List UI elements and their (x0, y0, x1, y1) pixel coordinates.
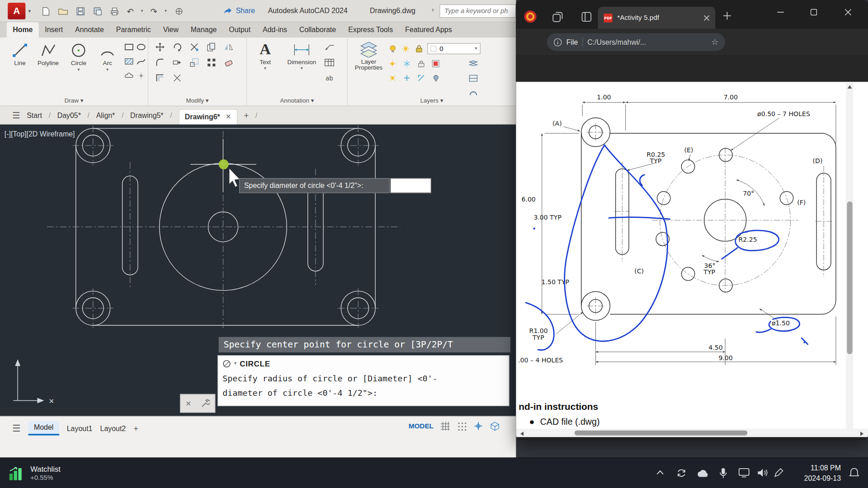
ribbon-tab-featured-apps[interactable]: Featured Apps (399, 22, 458, 38)
doc-tab-day05[interactable]: Day05* (57, 111, 81, 119)
layer-unisolate-icon[interactable] (416, 73, 426, 83)
clock-tray[interactable]: 11:08 PM 2024-09-13 (789, 463, 841, 484)
revcloud-tool-icon[interactable] (124, 71, 134, 81)
scale-tool-icon[interactable] (189, 57, 199, 67)
cast-tray-icon[interactable] (738, 468, 749, 478)
share-label[interactable]: Share (236, 6, 255, 14)
copy-tool-icon[interactable] (207, 42, 217, 52)
close-command-icon[interactable]: ✕ (185, 399, 191, 407)
undo-icon[interactable]: ↶ (127, 7, 133, 15)
ribbon-tab-annotate[interactable]: Annotate (69, 22, 110, 38)
layout-tab-layout2[interactable]: Layout2 (100, 424, 126, 432)
workspaces-icon[interactable] (552, 12, 563, 22)
vertical-scroll-thumb[interactable] (847, 202, 852, 354)
layer-select[interactable]: 0 ▾ (427, 43, 481, 54)
doc-tab-start[interactable]: Start (27, 111, 42, 119)
pen-tray-icon[interactable] (774, 468, 784, 478)
ribbon-tab-express-tools[interactable]: Express Tools (342, 22, 399, 38)
pdf-page[interactable]: 1.00 7.00 ø0.50 – 7 HOLES (A) (E) (D) R0… (516, 82, 868, 429)
dynamic-input-field[interactable] (390, 178, 431, 193)
widgets-button[interactable]: Watchlist +0.55% (5, 461, 65, 485)
tab-close-icon[interactable] (703, 14, 709, 20)
page-info-icon[interactable] (553, 38, 561, 46)
infer-constraints-icon[interactable] (473, 421, 483, 431)
move-tool-icon[interactable] (155, 42, 165, 52)
app-menu-caret-icon[interactable]: ▾ (28, 8, 31, 14)
command-recent-icon[interactable] (222, 359, 231, 367)
ribbon-tab-manage[interactable]: Manage (184, 22, 222, 38)
undo-caret-icon[interactable]: ▾ (141, 9, 143, 14)
ribbon-tab-parametric[interactable]: Parametric (110, 22, 157, 38)
layer-freeze-icon[interactable] (402, 59, 412, 69)
new-tab-icon[interactable] (723, 12, 731, 20)
ribbon-tab-collaborate[interactable]: Collaborate (293, 22, 342, 38)
new-doc-tab-icon[interactable]: + (244, 110, 249, 120)
offset-tool-icon[interactable] (155, 73, 165, 83)
redo-icon[interactable]: ↷ (151, 7, 157, 15)
onedrive-tray-icon[interactable] (696, 469, 708, 477)
redo-caret-icon[interactable]: ▾ (165, 9, 167, 14)
dimension-tool[interactable]: Dimension ▾ (282, 41, 321, 71)
snap-mode-icon[interactable] (457, 421, 467, 431)
window-close-button[interactable] (833, 0, 864, 24)
ribbon-tab-insert[interactable]: Insert (39, 22, 69, 38)
point-tool-icon[interactable] (136, 71, 146, 81)
polyline-tool[interactable]: Polyline (33, 42, 63, 66)
volume-tray-icon[interactable] (757, 468, 768, 478)
layout-tab-model[interactable]: Model (28, 421, 59, 436)
model-space-toggle[interactable]: MODEL (409, 422, 434, 430)
address-pill[interactable]: File C:/Users/mahwi/... ☆ (547, 33, 725, 51)
ribbon-tab-home[interactable]: Home (7, 22, 39, 38)
table-tool-icon[interactable] (325, 57, 335, 67)
modify-panel-label[interactable]: Modify ▾ (148, 94, 246, 106)
fillet-tool-icon[interactable] (155, 57, 165, 67)
horizontal-scroll-thumb[interactable] (575, 431, 747, 436)
customize-wrench-icon[interactable] (201, 399, 210, 408)
text-style-tool-icon[interactable]: ab (325, 73, 335, 83)
browser-profile-icon[interactable] (524, 10, 537, 23)
new-layout-icon[interactable]: + (133, 423, 138, 433)
stretch-tool-icon[interactable] (172, 57, 182, 67)
doc-hamburger-icon[interactable]: ☰ (12, 110, 20, 120)
ribbon-tab-view[interactable]: View (157, 22, 184, 38)
favorite-star-icon[interactable]: ☆ (711, 37, 718, 47)
ribbon-tab-output[interactable]: Output (223, 22, 257, 38)
new-file-icon[interactable] (41, 6, 51, 16)
keyword-search-input[interactable] (439, 5, 516, 18)
spline-tool-icon[interactable] (136, 56, 146, 66)
doc-tab-close-icon[interactable]: ✕ (226, 113, 231, 121)
window-minimize-button[interactable] (766, 0, 795, 24)
doc-tab-drawing5[interactable]: Drawing5* (130, 111, 163, 119)
doc-tab-drawing6-active[interactable]: Drawing6* ✕ (179, 109, 237, 124)
erase-tool-icon[interactable] (224, 57, 234, 67)
save-as-icon[interactable] (92, 6, 102, 16)
array-tool-icon[interactable] (207, 57, 217, 67)
status-hamburger-icon[interactable]: ☰ (12, 422, 21, 434)
layer-lock-icon[interactable] (414, 44, 424, 54)
scroll-left-icon[interactable] (520, 431, 524, 436)
trim-tool-icon[interactable] (189, 42, 199, 52)
ellipse-tool-icon[interactable] (136, 42, 146, 52)
notification-bell-icon[interactable] (849, 468, 859, 479)
autocad-app-button[interactable]: A (8, 3, 25, 19)
doc-tab-align[interactable]: Align* (96, 111, 115, 119)
ribbon-tab-addins[interactable]: Add-ins (257, 22, 293, 38)
grid-display-icon[interactable] (440, 421, 450, 431)
tab-actions-icon[interactable] (581, 12, 592, 22)
explode-tool-icon[interactable] (172, 73, 182, 83)
workspace-icon[interactable] (174, 6, 184, 16)
pdf-vertical-scrollbar[interactable] (846, 82, 853, 429)
layer-properties-button[interactable]: LayerProperties (353, 41, 384, 71)
layer-walk-icon[interactable] (468, 59, 478, 69)
layer-match-icon[interactable] (387, 73, 397, 83)
model-canvas[interactable]: ✕ [-][Top][2D Wireframe] Specify diamete… (0, 125, 516, 416)
draw-panel-label[interactable]: Draw ▾ (0, 94, 148, 106)
microphone-tray-icon[interactable] (720, 468, 727, 479)
layer-bulb-icon[interactable] (387, 44, 397, 54)
titlebar-chevron-icon[interactable]: › (432, 5, 434, 13)
window-maximize-button[interactable] (799, 0, 828, 24)
layer-lock2-icon[interactable] (416, 59, 426, 69)
plot-icon[interactable] (109, 6, 119, 16)
save-icon[interactable] (75, 6, 85, 16)
share-icon[interactable] (222, 5, 232, 15)
